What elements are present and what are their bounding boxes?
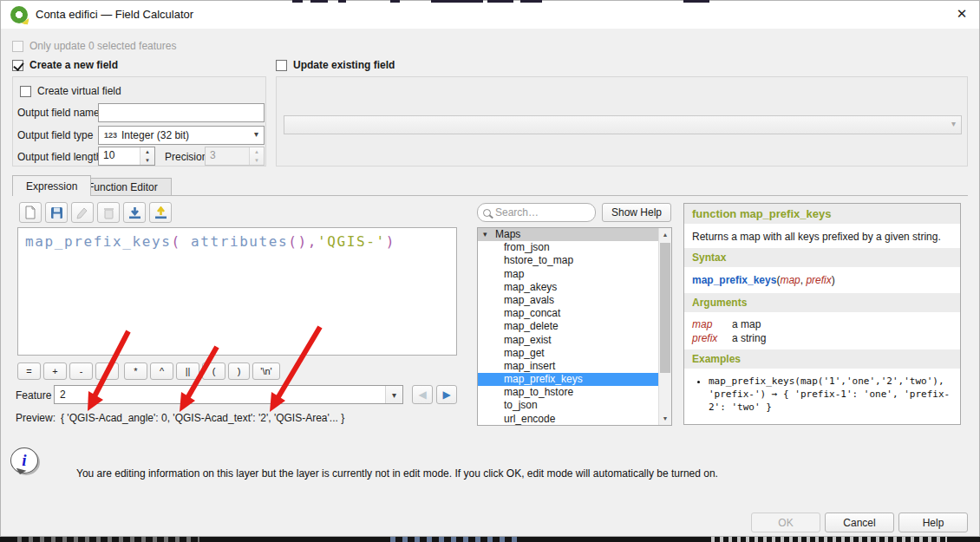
title-bar: Conta edifici — Field Calculator ✕: [0, 0, 980, 29]
new-expression-button[interactable]: [19, 202, 42, 223]
next-feature-button[interactable]: ▶: [436, 385, 457, 404]
operator-button-close-paren[interactable]: ): [228, 362, 250, 380]
operator-button-power[interactable]: ^: [150, 362, 173, 380]
function-list: ▾ Maps from_json hstore_to_map map map_a…: [477, 227, 672, 426]
function-list-scrollbar[interactable]: ▲ ▼: [658, 228, 671, 425]
operator-button-multiply[interactable]: *: [124, 362, 147, 380]
operator-button-newline[interactable]: '\n': [252, 362, 280, 380]
output-field-length-value: 10: [103, 149, 114, 161]
ok-button[interactable]: OK: [751, 513, 820, 532]
precision-label: Precision: [165, 151, 207, 163]
search-icon: [483, 209, 491, 217]
background-map-canvas: [0, 537, 980, 542]
spin-down-icon[interactable]: ▼: [140, 156, 154, 165]
previous-feature-button[interactable]: ◀: [412, 385, 433, 404]
help-syntax-heading: Syntax: [684, 248, 960, 267]
edit-expression-button[interactable]: [71, 202, 94, 223]
function-item[interactable]: map_akeys: [478, 281, 658, 294]
spin-up-icon[interactable]: ▲: [140, 147, 154, 156]
help-description: Returns a map with all keys prefixed by …: [684, 224, 960, 248]
checkbox-icon[interactable]: [276, 60, 287, 71]
update-existing-group: ▾: [276, 76, 968, 167]
cancel-button[interactable]: Cancel: [825, 513, 894, 532]
chevron-down-icon: ▾: [254, 129, 258, 139]
search-input[interactable]: [495, 206, 590, 219]
create-new-field-label: Create a new field: [29, 59, 118, 71]
function-item[interactable]: map_concat: [478, 307, 658, 320]
spin-down-icon: ▼: [250, 156, 264, 165]
output-field-name-input[interactable]: [98, 103, 265, 122]
scrollbar-thumb[interactable]: [660, 243, 670, 373]
tree-collapse-icon[interactable]: ▾: [483, 228, 487, 241]
import-expression-button[interactable]: [123, 202, 146, 223]
function-item[interactable]: map_get: [478, 347, 658, 360]
expression-text: map_prefix_keys( attributes(),'QGIS-'): [25, 233, 449, 250]
operator-button-equals[interactable]: =: [17, 362, 41, 380]
chevron-down-icon[interactable]: ▾: [385, 386, 402, 403]
help-button[interactable]: Help: [898, 513, 968, 532]
help-example: map_prefix_keys(map('1','one','2','two')…: [709, 375, 960, 415]
delete-expression-button[interactable]: [97, 202, 120, 223]
only-update-checkbox[interactable]: Only update 0 selected features: [12, 39, 176, 53]
function-item[interactable]: map_avals: [478, 294, 658, 307]
expression-editor[interactable]: map_prefix_keys( attributes(),'QGIS-'): [17, 227, 457, 356]
create-virtual-field-checkbox[interactable]: Create virtual field: [20, 84, 121, 98]
expression-inner-function: attributes: [191, 233, 288, 250]
export-expression-button[interactable]: [149, 202, 172, 223]
operator-button-minus[interactable]: -: [69, 362, 93, 380]
function-item[interactable]: map_delete: [478, 320, 658, 333]
output-field-type-label: Output field type: [17, 129, 93, 141]
function-search[interactable]: [477, 203, 596, 222]
precision-value: 3: [210, 149, 216, 161]
checkbox-icon[interactable]: [12, 41, 23, 52]
checkbox-checked-icon[interactable]: [12, 60, 23, 71]
show-help-button[interactable]: Show Help: [602, 203, 671, 222]
function-item-selected[interactable]: map_prefix_keys: [478, 373, 658, 386]
operator-button-plus[interactable]: +: [43, 362, 67, 380]
operator-button-divide[interactable]: /: [95, 362, 119, 380]
function-item[interactable]: map_exist: [478, 334, 658, 347]
function-group-maps[interactable]: ▾ Maps: [478, 228, 658, 241]
output-field-length-stepper[interactable]: 10 ▲ ▼: [98, 147, 155, 166]
expression-function: map_prefix_keys: [25, 233, 172, 250]
output-field-length-label: Output field length: [17, 151, 101, 163]
operator-button-concat[interactable]: ||: [176, 362, 199, 380]
trash-icon: [103, 206, 114, 219]
edit-mode-notice: You are editing information on this laye…: [76, 467, 718, 480]
function-item[interactable]: map_insert: [478, 360, 658, 373]
output-field-type-select[interactable]: 123 Integer (32 bit) ▾: [98, 126, 265, 145]
tab-expression[interactable]: Expression: [12, 175, 91, 196]
operator-button-open-paren[interactable]: (: [202, 362, 225, 380]
create-new-field-checkbox[interactable]: Create a new field: [12, 58, 118, 72]
scroll-down-icon[interactable]: ▼: [659, 412, 671, 425]
pencil-icon: [76, 206, 88, 219]
existing-field-select[interactable]: ▾: [284, 115, 962, 134]
qgis-logo-icon: [10, 6, 28, 23]
spinner-arrows[interactable]: ▲ ▼: [140, 147, 154, 165]
feature-value: 2: [60, 389, 66, 401]
close-icon[interactable]: ✕: [951, 4, 973, 23]
function-item[interactable]: to_json: [478, 399, 658, 412]
precision-stepper[interactable]: 3 ▲ ▼: [205, 147, 265, 166]
tab-function-editor-label: Function Editor: [88, 181, 158, 193]
expression-string: 'QGIS-': [317, 233, 386, 250]
output-field-type-value: Integer (32 bit): [121, 129, 189, 141]
function-item[interactable]: from_json: [478, 241, 658, 254]
spinner-arrows[interactable]: ▲ ▼: [249, 147, 264, 165]
function-item[interactable]: map: [478, 268, 658, 281]
save-expression-button[interactable]: [45, 202, 68, 223]
help-arguments-heading: Arguments: [684, 293, 960, 312]
function-item[interactable]: url_encode: [478, 413, 658, 426]
update-existing-field-checkbox[interactable]: Update existing field: [276, 58, 395, 72]
chevron-down-icon: ▾: [951, 119, 956, 128]
preview-label: Preview:: [16, 412, 56, 424]
save-icon: [50, 206, 63, 219]
scroll-up-icon[interactable]: ▲: [659, 228, 671, 241]
help-title: function map_prefix_keys: [684, 204, 960, 224]
integer-type-icon: 123: [104, 131, 117, 140]
function-item[interactable]: hstore_to_map: [478, 254, 658, 267]
create-virtual-field-label: Create virtual field: [37, 85, 121, 97]
feature-combobox[interactable]: 2 ▾: [54, 385, 403, 404]
checkbox-icon[interactable]: [20, 86, 31, 97]
function-item[interactable]: map_to_hstore: [478, 386, 658, 399]
